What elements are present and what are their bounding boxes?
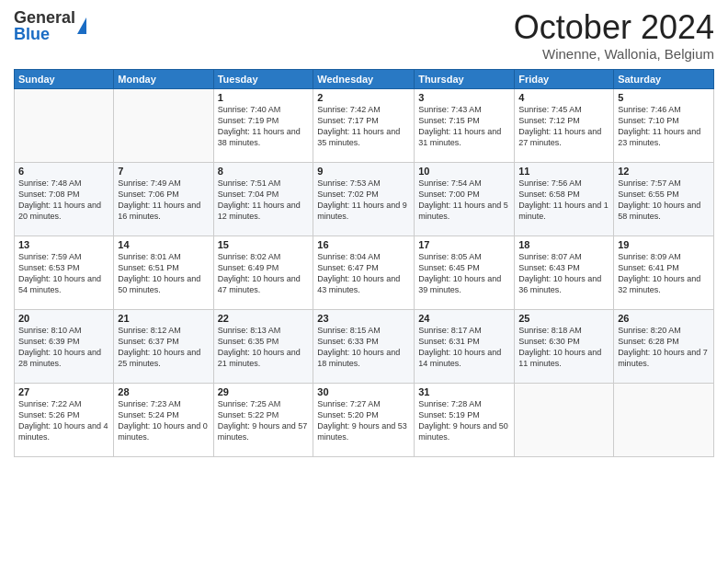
weekday-header-wednesday: Wednesday [313, 69, 415, 88]
day-number: 29 [218, 386, 310, 397]
calendar-cell: 27Sunrise: 7:22 AM Sunset: 5:26 PM Dayli… [15, 383, 114, 456]
calendar-cell: 24Sunrise: 8:17 AM Sunset: 6:31 PM Dayli… [415, 309, 515, 383]
day-info: Sunrise: 7:27 AM Sunset: 5:20 PM Dayligh… [317, 398, 410, 443]
day-info: Sunrise: 7:40 AM Sunset: 7:19 PM Dayligh… [218, 104, 310, 149]
weekday-header-thursday: Thursday [415, 69, 515, 88]
day-info: Sunrise: 7:54 AM Sunset: 7:00 PM Dayligh… [418, 178, 510, 223]
calendar-cell: 6Sunrise: 7:48 AM Sunset: 7:08 PM Daylig… [15, 162, 114, 236]
day-info: Sunrise: 7:56 AM Sunset: 6:58 PM Dayligh… [518, 178, 609, 223]
logo-triangle-icon [77, 17, 86, 34]
calendar-week-5: 27Sunrise: 7:22 AM Sunset: 5:26 PM Dayli… [15, 383, 714, 456]
calendar-cell [15, 88, 114, 162]
day-number: 11 [518, 166, 609, 177]
calendar-cell: 20Sunrise: 8:10 AM Sunset: 6:39 PM Dayli… [15, 309, 114, 383]
weekday-header-monday: Monday [114, 69, 213, 88]
calendar-cell: 25Sunrise: 8:18 AM Sunset: 6:30 PM Dayli… [515, 309, 614, 383]
weekday-header-friday: Friday [515, 69, 614, 88]
calendar-cell: 3Sunrise: 7:43 AM Sunset: 7:15 PM Daylig… [415, 88, 515, 162]
day-number: 7 [118, 166, 209, 177]
day-number: 15 [218, 239, 310, 250]
day-number: 22 [218, 313, 310, 324]
calendar-week-4: 20Sunrise: 8:10 AM Sunset: 6:39 PM Dayli… [15, 309, 714, 383]
calendar-cell: 12Sunrise: 7:57 AM Sunset: 6:55 PM Dayli… [614, 162, 714, 236]
day-number: 20 [18, 313, 109, 324]
calendar-cell: 19Sunrise: 8:09 AM Sunset: 6:41 PM Dayli… [614, 236, 714, 309]
calendar-week-1: 1Sunrise: 7:40 AM Sunset: 7:19 PM Daylig… [15, 88, 714, 162]
day-info: Sunrise: 7:48 AM Sunset: 7:08 PM Dayligh… [18, 178, 109, 223]
calendar-cell: 23Sunrise: 8:15 AM Sunset: 6:33 PM Dayli… [313, 309, 415, 383]
calendar-cell: 21Sunrise: 8:12 AM Sunset: 6:37 PM Dayli… [114, 309, 213, 383]
day-number: 16 [317, 239, 410, 250]
day-info: Sunrise: 7:43 AM Sunset: 7:15 PM Dayligh… [418, 104, 510, 149]
calendar-cell: 9Sunrise: 7:53 AM Sunset: 7:02 PM Daylig… [313, 162, 415, 236]
calendar-cell: 13Sunrise: 7:59 AM Sunset: 6:53 PM Dayli… [15, 236, 114, 309]
calendar-table: SundayMondayTuesdayWednesdayThursdayFrid… [14, 69, 714, 457]
header: General Blue October 2024 Winenne, Wallo… [14, 9, 714, 62]
logo: General Blue [14, 9, 86, 42]
calendar-cell: 22Sunrise: 8:13 AM Sunset: 6:35 PM Dayli… [213, 309, 313, 383]
day-number: 10 [418, 166, 510, 177]
calendar-cell: 7Sunrise: 7:49 AM Sunset: 7:06 PM Daylig… [114, 162, 213, 236]
calendar-week-2: 6Sunrise: 7:48 AM Sunset: 7:08 PM Daylig… [15, 162, 714, 236]
day-number: 30 [317, 386, 410, 397]
day-number: 5 [618, 92, 710, 103]
day-number: 17 [418, 239, 510, 250]
day-number: 8 [218, 166, 310, 177]
calendar-cell [614, 383, 714, 456]
logo-blue-text: Blue [14, 26, 75, 42]
day-number: 18 [518, 239, 609, 250]
day-info: Sunrise: 8:01 AM Sunset: 6:51 PM Dayligh… [118, 251, 209, 296]
day-info: Sunrise: 7:45 AM Sunset: 7:12 PM Dayligh… [518, 104, 609, 149]
day-info: Sunrise: 7:22 AM Sunset: 5:26 PM Dayligh… [18, 398, 109, 443]
calendar-cell: 1Sunrise: 7:40 AM Sunset: 7:19 PM Daylig… [213, 88, 313, 162]
day-info: Sunrise: 8:13 AM Sunset: 6:35 PM Dayligh… [218, 325, 310, 370]
location-title: Winenne, Wallonia, Belgium [514, 46, 714, 62]
calendar-cell: 4Sunrise: 7:45 AM Sunset: 7:12 PM Daylig… [515, 88, 614, 162]
day-info: Sunrise: 8:18 AM Sunset: 6:30 PM Dayligh… [518, 325, 609, 370]
calendar-cell: 8Sunrise: 7:51 AM Sunset: 7:04 PM Daylig… [213, 162, 313, 236]
calendar-cell: 31Sunrise: 7:28 AM Sunset: 5:19 PM Dayli… [415, 383, 515, 456]
day-number: 19 [618, 239, 710, 250]
day-info: Sunrise: 7:51 AM Sunset: 7:04 PM Dayligh… [218, 178, 310, 223]
day-number: 1 [218, 92, 310, 103]
calendar-cell: 16Sunrise: 8:04 AM Sunset: 6:47 PM Dayli… [313, 236, 415, 309]
calendar-header-row: SundayMondayTuesdayWednesdayThursdayFrid… [15, 69, 714, 88]
day-number: 14 [118, 239, 209, 250]
day-info: Sunrise: 8:05 AM Sunset: 6:45 PM Dayligh… [418, 251, 510, 296]
day-number: 21 [118, 313, 209, 324]
day-info: Sunrise: 7:46 AM Sunset: 7:10 PM Dayligh… [618, 104, 710, 149]
calendar-cell: 11Sunrise: 7:56 AM Sunset: 6:58 PM Dayli… [515, 162, 614, 236]
day-number: 13 [18, 239, 109, 250]
day-info: Sunrise: 8:07 AM Sunset: 6:43 PM Dayligh… [518, 251, 609, 296]
day-info: Sunrise: 7:49 AM Sunset: 7:06 PM Dayligh… [118, 178, 209, 223]
day-info: Sunrise: 8:20 AM Sunset: 6:28 PM Dayligh… [618, 325, 710, 370]
calendar-cell: 18Sunrise: 8:07 AM Sunset: 6:43 PM Dayli… [515, 236, 614, 309]
day-number: 25 [518, 313, 609, 324]
day-number: 12 [618, 166, 710, 177]
calendar-cell [515, 383, 614, 456]
day-number: 23 [317, 313, 410, 324]
day-number: 4 [518, 92, 609, 103]
day-info: Sunrise: 7:53 AM Sunset: 7:02 PM Dayligh… [317, 178, 410, 223]
day-number: 28 [118, 386, 209, 397]
day-number: 26 [618, 313, 710, 324]
calendar-cell: 26Sunrise: 8:20 AM Sunset: 6:28 PM Dayli… [614, 309, 714, 383]
day-number: 27 [18, 386, 109, 397]
day-info: Sunrise: 8:02 AM Sunset: 6:49 PM Dayligh… [218, 251, 310, 296]
calendar-cell: 29Sunrise: 7:25 AM Sunset: 5:22 PM Dayli… [213, 383, 313, 456]
day-info: Sunrise: 8:15 AM Sunset: 6:33 PM Dayligh… [317, 325, 410, 370]
day-number: 31 [418, 386, 510, 397]
calendar-cell [114, 88, 213, 162]
calendar-cell: 17Sunrise: 8:05 AM Sunset: 6:45 PM Dayli… [415, 236, 515, 309]
calendar-week-3: 13Sunrise: 7:59 AM Sunset: 6:53 PM Dayli… [15, 236, 714, 309]
day-number: 24 [418, 313, 510, 324]
day-info: Sunrise: 7:57 AM Sunset: 6:55 PM Dayligh… [618, 178, 710, 223]
weekday-header-sunday: Sunday [15, 69, 114, 88]
calendar-cell: 2Sunrise: 7:42 AM Sunset: 7:17 PM Daylig… [313, 88, 415, 162]
calendar-cell: 15Sunrise: 8:02 AM Sunset: 6:49 PM Dayli… [213, 236, 313, 309]
day-info: Sunrise: 7:42 AM Sunset: 7:17 PM Dayligh… [317, 104, 410, 149]
calendar-cell: 14Sunrise: 8:01 AM Sunset: 6:51 PM Dayli… [114, 236, 213, 309]
day-info: Sunrise: 7:59 AM Sunset: 6:53 PM Dayligh… [18, 251, 109, 296]
weekday-header-tuesday: Tuesday [213, 69, 313, 88]
weekday-header-saturday: Saturday [614, 69, 714, 88]
